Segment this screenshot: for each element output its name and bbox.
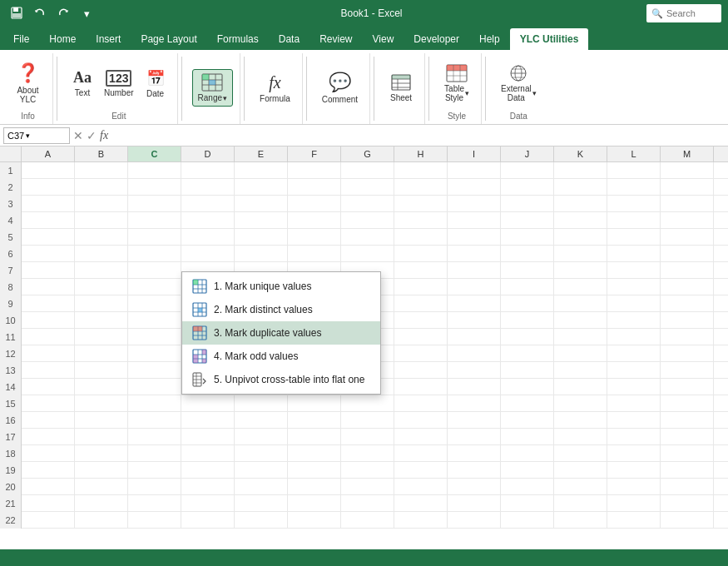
grid-cell[interactable] xyxy=(128,479,181,495)
grid-cell[interactable] xyxy=(128,445,181,462)
grid-cell[interactable] xyxy=(181,196,235,212)
range-button[interactable]: Range ▾ xyxy=(192,69,233,107)
grid-cell[interactable] xyxy=(448,262,501,279)
grid-cell[interactable] xyxy=(607,395,661,412)
grid-cell[interactable] xyxy=(607,229,661,246)
tab-review[interactable]: Review xyxy=(310,28,362,50)
grid-cell[interactable] xyxy=(448,312,501,329)
insert-function-icon[interactable]: fx xyxy=(100,129,108,142)
col-header-b[interactable]: B xyxy=(75,146,128,161)
grid-cell[interactable] xyxy=(554,329,607,345)
grid-cell[interactable] xyxy=(75,312,128,329)
grid-cell[interactable] xyxy=(607,462,661,479)
grid-cell[interactable] xyxy=(128,262,181,279)
grid-cell[interactable] xyxy=(448,512,501,529)
grid-cell[interactable] xyxy=(448,295,501,312)
grid-cell[interactable] xyxy=(22,312,75,329)
grid-cell[interactable] xyxy=(341,445,394,462)
grid-cell[interactable] xyxy=(394,429,448,445)
grid-cell[interactable] xyxy=(607,495,661,512)
grid-cell[interactable] xyxy=(554,445,607,462)
grid-cell[interactable] xyxy=(22,229,75,246)
grid-cell[interactable] xyxy=(661,179,714,196)
grid-cell[interactable] xyxy=(607,512,661,529)
grid-cell[interactable] xyxy=(661,479,714,495)
grid-cell[interactable] xyxy=(75,479,128,495)
row-header[interactable]: 9 xyxy=(0,295,22,312)
tab-insert[interactable]: Insert xyxy=(86,28,131,50)
grid-cell[interactable] xyxy=(128,462,181,479)
grid-cell[interactable] xyxy=(501,445,554,462)
col-header-i[interactable]: I xyxy=(448,146,501,161)
grid-cell[interactable] xyxy=(394,229,448,246)
grid-cell[interactable] xyxy=(554,212,607,229)
grid-cell[interactable] xyxy=(394,279,448,295)
externaldata-button[interactable]: ExternalData ▾ xyxy=(496,61,542,106)
grid-cell[interactable] xyxy=(181,512,235,529)
grid-cell[interactable] xyxy=(554,279,607,295)
comment-button[interactable]: 💬 Comment xyxy=(317,68,363,107)
grid-cell[interactable] xyxy=(501,196,554,212)
grid-cell[interactable] xyxy=(448,179,501,196)
grid-cell[interactable] xyxy=(235,162,288,179)
tab-data[interactable]: Data xyxy=(269,28,310,50)
tab-pagelayout[interactable]: Page Layout xyxy=(131,28,206,50)
grid-cell[interactable] xyxy=(181,229,235,246)
tab-file[interactable]: File xyxy=(3,28,39,50)
grid-cell[interactable] xyxy=(288,179,341,196)
grid-cell[interactable] xyxy=(501,229,554,246)
grid-cell[interactable] xyxy=(22,345,75,362)
grid-cell[interactable] xyxy=(501,379,554,395)
grid-cell[interactable] xyxy=(22,246,75,262)
grid-cell[interactable] xyxy=(341,246,394,262)
grid-cell[interactable] xyxy=(235,412,288,429)
grid-cell[interactable] xyxy=(341,212,394,229)
grid-cell[interactable] xyxy=(661,312,714,329)
grid-cell[interactable] xyxy=(341,162,394,179)
grid-cell[interactable] xyxy=(181,162,235,179)
grid-cell[interactable] xyxy=(181,179,235,196)
grid-cell[interactable] xyxy=(181,462,235,479)
grid-cell[interactable] xyxy=(128,429,181,445)
col-header-m[interactable]: M xyxy=(661,146,714,161)
tab-formulas[interactable]: Formulas xyxy=(207,28,269,50)
grid-cell[interactable] xyxy=(22,362,75,379)
row-header[interactable]: 21 xyxy=(0,495,22,512)
grid-cell[interactable] xyxy=(181,412,235,429)
grid-cell[interactable] xyxy=(501,329,554,345)
grid-cell[interactable] xyxy=(235,212,288,229)
grid-cell[interactable] xyxy=(181,212,235,229)
grid-cell[interactable] xyxy=(22,412,75,429)
grid-cell[interactable] xyxy=(554,462,607,479)
grid-cell[interactable] xyxy=(75,379,128,395)
grid-cell[interactable] xyxy=(22,379,75,395)
grid-cell[interactable] xyxy=(448,212,501,229)
grid-cell[interactable] xyxy=(235,196,288,212)
grid-cell[interactable] xyxy=(288,412,341,429)
grid-cell[interactable] xyxy=(661,495,714,512)
grid-cell[interactable] xyxy=(341,429,394,445)
grid-cell[interactable] xyxy=(235,479,288,495)
formula-input[interactable] xyxy=(111,127,725,144)
grid-cell[interactable] xyxy=(128,512,181,529)
date-button[interactable]: 📅 Date xyxy=(141,66,171,102)
row-header[interactable]: 11 xyxy=(0,329,22,345)
row-header[interactable]: 12 xyxy=(0,345,22,362)
grid-cell[interactable] xyxy=(75,395,128,412)
grid-cell[interactable] xyxy=(22,262,75,279)
grid-cell[interactable] xyxy=(288,229,341,246)
grid-cell[interactable] xyxy=(501,279,554,295)
col-header-j[interactable]: J xyxy=(501,146,554,161)
grid-cell[interactable] xyxy=(288,196,341,212)
grid-cell[interactable] xyxy=(661,512,714,529)
grid-cell[interactable] xyxy=(661,162,714,179)
grid-cell[interactable] xyxy=(501,312,554,329)
customize-qat-button[interactable]: ▾ xyxy=(77,3,97,23)
col-header-f[interactable]: F xyxy=(288,146,341,161)
grid-cell[interactable] xyxy=(607,362,661,379)
grid-cell[interactable] xyxy=(501,212,554,229)
row-header[interactable]: 18 xyxy=(0,445,22,462)
grid-cell[interactable] xyxy=(75,279,128,295)
grid-cell[interactable] xyxy=(75,229,128,246)
grid-cell[interactable] xyxy=(235,229,288,246)
